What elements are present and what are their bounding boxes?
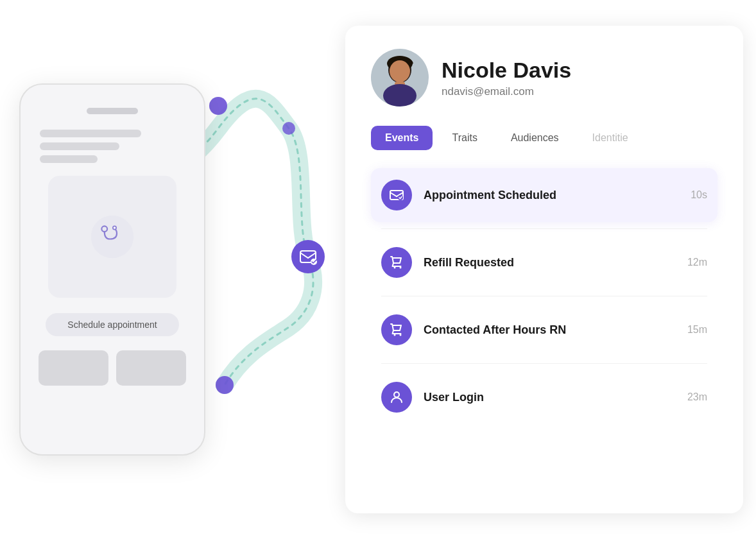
- divider-3: [381, 363, 707, 364]
- divider-2: [381, 296, 707, 296]
- profile-email: ndavis@email.com: [442, 85, 571, 98]
- svg-point-0: [91, 216, 134, 259]
- phone-line-1: [40, 130, 141, 137]
- phone-line-3: [40, 155, 98, 163]
- event-name-after-hours: Contacted After Hours RN: [424, 323, 676, 337]
- svg-point-4: [209, 97, 227, 115]
- svg-point-21: [400, 334, 402, 336]
- avatar: [371, 49, 429, 107]
- tab-traits[interactable]: Traits: [438, 126, 491, 150]
- phone-bottom-card-1: [39, 350, 108, 386]
- svg-point-6: [300, 250, 313, 263]
- svg-point-3: [114, 227, 116, 229]
- event-icon-user: [381, 382, 412, 413]
- stethoscope-icon: [90, 214, 135, 259]
- profile-header: Nicole Davis ndavis@email.com: [371, 49, 717, 107]
- svg-point-13: [390, 60, 410, 82]
- divider-1: [381, 228, 707, 229]
- profile-info: Nicole Davis ndavis@email.com: [442, 57, 571, 99]
- tab-identities[interactable]: Identitie: [578, 126, 642, 150]
- event-name-login: User Login: [424, 391, 676, 404]
- event-icon-email-check: [381, 180, 412, 210]
- events-list: Appointment Scheduled 10s Refill Request…: [371, 168, 717, 424]
- event-item-user-login: User Login 23m: [371, 370, 717, 424]
- svg-point-22: [394, 392, 399, 397]
- phone-content-lines: [33, 130, 191, 163]
- svg-point-18: [394, 267, 396, 269]
- event-icon-cart-2: [381, 314, 412, 345]
- phone-mockup: Schedule appointment: [19, 83, 205, 456]
- schedule-appointment-button[interactable]: Schedule appointment: [46, 313, 178, 336]
- event-item-refill-requested: Refill Requested 12m: [371, 235, 717, 289]
- event-item-appointment-scheduled: Appointment Scheduled 10s: [371, 168, 717, 222]
- phone-bottom-cards: [33, 350, 191, 386]
- phone-notch: [87, 108, 138, 114]
- event-time-refill: 12m: [687, 257, 707, 268]
- tab-events[interactable]: Events: [371, 126, 433, 150]
- svg-point-5: [282, 122, 295, 135]
- svg-point-19: [400, 267, 402, 269]
- event-icon-cart-1: [381, 247, 412, 278]
- event-name-appointment: Appointment Scheduled: [424, 189, 679, 202]
- profile-card: Nicole Davis ndavis@email.com Events Tra…: [345, 26, 743, 513]
- svg-rect-9: [300, 251, 316, 262]
- svg-point-10: [311, 259, 317, 265]
- tab-audiences[interactable]: Audiences: [497, 126, 573, 150]
- event-time-login: 23m: [687, 391, 707, 403]
- tabs-container: Events Traits Audiences Identitie: [371, 126, 717, 150]
- event-item-after-hours: Contacted After Hours RN 15m: [371, 303, 717, 357]
- svg-point-7: [216, 376, 234, 394]
- phone-stethoscope-card: [48, 176, 176, 298]
- scene: Schedule appointment: [0, 0, 756, 539]
- event-time-after-hours: 15m: [687, 324, 707, 336]
- profile-name: Nicole Davis: [442, 57, 571, 83]
- event-time-appointment: 10s: [691, 189, 707, 201]
- phone-line-2: [40, 142, 119, 150]
- phone-bottom-card-2: [116, 350, 186, 386]
- event-name-refill: Refill Requested: [424, 256, 676, 270]
- svg-point-8: [291, 240, 325, 273]
- svg-point-15: [383, 84, 417, 107]
- svg-point-20: [394, 334, 396, 336]
